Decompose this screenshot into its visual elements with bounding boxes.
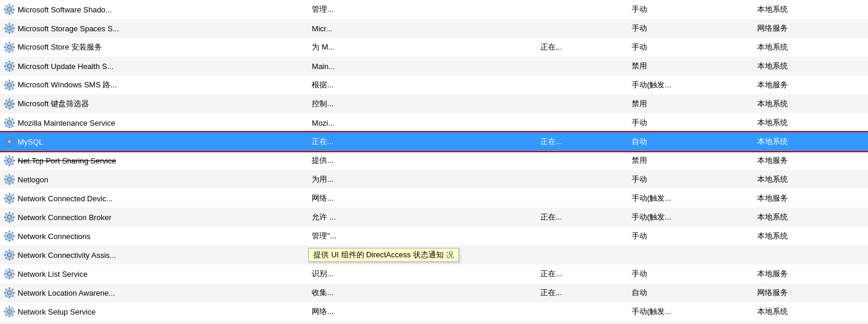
service-desc: 管理"... xyxy=(308,227,537,246)
svg-rect-183 xyxy=(9,297,10,299)
service-startup: 手动 xyxy=(628,19,754,38)
svg-point-59 xyxy=(9,84,11,86)
svg-rect-91 xyxy=(12,138,14,139)
svg-point-143 xyxy=(9,217,11,218)
table-row[interactable]: Microsoft Update Health S... Main... 禁用 … xyxy=(0,57,868,76)
service-logon: 本地系统 xyxy=(754,57,868,76)
service-logon: 本地系统 xyxy=(754,227,868,246)
svg-rect-195 xyxy=(9,316,10,318)
service-name-cell: Microsoft Storage Spaces S... xyxy=(0,19,308,38)
svg-rect-88 xyxy=(4,141,6,142)
svg-rect-136 xyxy=(4,217,6,218)
svg-rect-112 xyxy=(4,179,6,180)
table-row[interactable]: Network Connected Devic... 网络... 手动(触发..… xyxy=(0,189,868,208)
service-status xyxy=(537,113,628,132)
table-row[interactable]: Microsoft Store 安装服务 为 M... 正在... 手动 本地系… xyxy=(0,38,868,57)
svg-rect-50 xyxy=(9,80,10,81)
table-row[interactable]: Network Location Awarene... 收集... 正在... … xyxy=(0,283,868,302)
table-row[interactable]: Mozilla Maintenance Service Mozi... 手动 本… xyxy=(0,113,868,132)
service-status: 正在... xyxy=(537,321,628,324)
service-logon: 本地系统 xyxy=(754,38,868,57)
table-row[interactable]: Network Connection Broker 允许 ... 正在... 手… xyxy=(0,208,868,227)
service-logon: 本地服务 xyxy=(754,76,868,94)
service-status: 正在... xyxy=(537,283,628,302)
svg-point-71 xyxy=(9,103,11,105)
service-status: 正在... xyxy=(537,132,628,151)
table-row[interactable]: Microsoft 键盘筛选器 控制... 禁用 本地系统 xyxy=(0,94,868,113)
svg-rect-3 xyxy=(9,14,10,15)
svg-rect-147 xyxy=(9,240,10,242)
service-logon: 本地系统 xyxy=(754,113,868,132)
service-desc: 网络... xyxy=(308,189,537,208)
svg-point-47 xyxy=(9,66,11,67)
svg-rect-125 xyxy=(14,198,15,199)
service-status xyxy=(537,151,628,170)
svg-point-167 xyxy=(9,254,11,256)
service-logon: 本地系统 xyxy=(754,302,868,321)
service-name: Network Connections xyxy=(18,232,91,241)
service-name-cell: Network Connection Broker xyxy=(0,208,308,227)
service-startup: 手动 xyxy=(628,0,754,19)
table-row[interactable]: Netlogon 为用... 手动 本地系统 xyxy=(0,170,868,189)
service-desc: 管理... xyxy=(308,0,537,19)
table-row[interactable]: Network Connectivity Assis... 提供 UI 组件的 … xyxy=(0,246,868,264)
svg-rect-51 xyxy=(9,89,10,91)
service-desc: Mozi... xyxy=(308,113,537,132)
table-row[interactable]: Network Connections 管理"... 手动 本地系统 xyxy=(0,227,868,246)
svg-rect-18 xyxy=(5,24,7,26)
table-row[interactable]: Microsoft Storage Spaces S... Micr... 手动… xyxy=(0,19,868,38)
svg-rect-115 xyxy=(12,175,14,177)
service-logon: 本地服务 xyxy=(754,264,868,283)
service-desc: 提供... xyxy=(308,151,537,170)
service-name: Network Connectivity Assis... xyxy=(18,251,116,260)
service-status xyxy=(537,189,628,208)
svg-rect-41 xyxy=(14,66,15,67)
service-desc: 控制... xyxy=(308,94,537,113)
service-logon: 本地系统 xyxy=(754,132,868,151)
service-startup: 手动(触发... xyxy=(628,208,754,227)
svg-rect-171 xyxy=(9,278,10,280)
table-row[interactable]: Microsoft Windows SMS 路... 根据... 手动(触发..… xyxy=(0,76,868,94)
service-name-cell: Network Setup Service xyxy=(0,302,308,321)
service-name: Network Location Awarene... xyxy=(18,289,115,297)
svg-rect-135 xyxy=(9,221,10,223)
svg-rect-172 xyxy=(4,273,6,274)
svg-rect-67 xyxy=(12,100,14,102)
service-desc: Micr... xyxy=(308,19,537,38)
service-desc: 网络... xyxy=(308,302,537,321)
table-row[interactable]: Network List Service 识别... 正在... 手动 本地服务 xyxy=(0,264,868,283)
svg-point-119 xyxy=(9,179,11,181)
svg-rect-77 xyxy=(14,122,15,123)
table-row[interactable]: Microsoft Software Shado... 管理... 手动 本地系… xyxy=(0,0,868,19)
service-status xyxy=(537,76,628,94)
service-name-cell: Microsoft 键盘筛选器 xyxy=(0,94,308,113)
services-table[interactable]: Microsoft Software Shado... 管理... 手动 本地系… xyxy=(0,0,868,324)
svg-rect-186 xyxy=(5,289,7,290)
service-desc: 为用... xyxy=(308,170,537,189)
svg-rect-7 xyxy=(12,5,14,7)
service-desc: 识别... xyxy=(308,264,537,283)
table-row[interactable]: Net.Tcp Port Sharing Service 提供... 禁用 本地… xyxy=(0,151,868,170)
service-startup: 禁用 xyxy=(628,151,754,170)
table-row[interactable]: Network Store Interface Se... 此服... 正在..… xyxy=(0,321,868,324)
svg-rect-65 xyxy=(14,103,15,104)
svg-rect-26 xyxy=(9,42,10,44)
svg-rect-161 xyxy=(14,254,15,256)
service-logon: 本地系统 xyxy=(754,94,868,113)
svg-rect-4 xyxy=(4,9,6,10)
svg-rect-160 xyxy=(4,254,6,256)
svg-rect-39 xyxy=(9,70,10,72)
service-status: 正在... xyxy=(537,38,628,57)
svg-rect-103 xyxy=(12,156,14,158)
service-startup: 手动 xyxy=(628,264,754,283)
service-name-cell: Network Connectivity Assis... xyxy=(0,246,308,264)
table-row[interactable]: MySQL 正在... 正在... 自动 本地系统 xyxy=(0,132,868,151)
svg-rect-197 xyxy=(14,311,15,312)
service-desc: 允许 ... xyxy=(308,208,537,227)
svg-rect-31 xyxy=(12,43,14,45)
service-name-cell: Microsoft Store 安装服务 xyxy=(0,38,308,57)
svg-rect-38 xyxy=(9,61,10,63)
service-startup: 手动(触发... xyxy=(628,189,754,208)
table-row[interactable]: Network Setup Service 网络... 手动(触发... 本地系… xyxy=(0,302,868,321)
svg-rect-16 xyxy=(4,28,6,29)
